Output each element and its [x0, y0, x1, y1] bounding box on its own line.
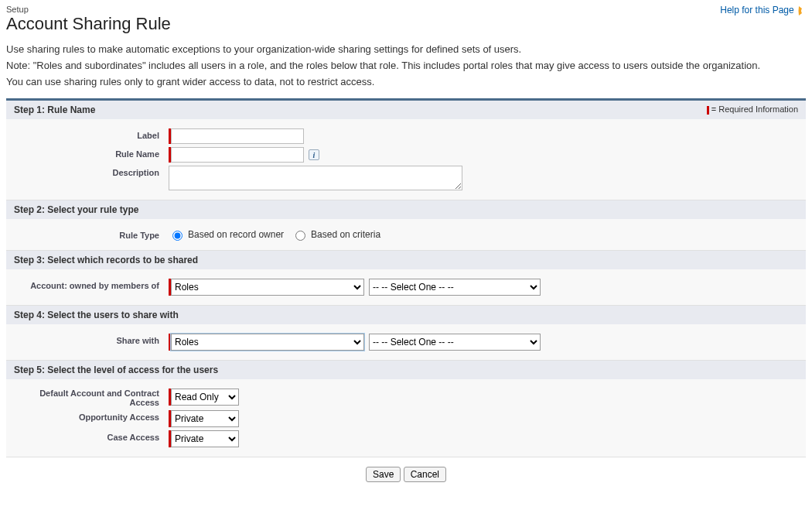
- step5-header: Step 5: Select the level of access for t…: [6, 361, 806, 379]
- step4-header: Step 4: Select the users to share with: [6, 306, 806, 324]
- owned-by-label: Account: owned by members of: [14, 279, 169, 290]
- step3-header: Step 3: Select which records to be share…: [6, 251, 806, 269]
- breadcrumb: Setup: [6, 5, 806, 14]
- help-icon: [798, 5, 806, 16]
- step3-title: Step 3: Select which records to be share…: [14, 255, 198, 265]
- rule-type-criteria-radio[interactable]: [295, 231, 305, 241]
- description-field-label: Description: [14, 166, 169, 177]
- required-text: = Required Information: [711, 104, 798, 114]
- case-access-label: Case Access: [14, 430, 169, 442]
- step4-title: Step 4: Select the users to share with: [14, 310, 179, 320]
- rule-type-owner-radio[interactable]: [172, 231, 183, 241]
- share-with-category-select[interactable]: Roles: [171, 334, 364, 351]
- step5-title: Step 5: Select the level of access for t…: [14, 365, 218, 375]
- cancel-button[interactable]: Cancel: [404, 467, 446, 482]
- intro-line-2: Note: "Roles and subordinates" includes …: [6, 60, 806, 71]
- page-title: Account Sharing Rule: [6, 14, 806, 34]
- help-link[interactable]: Help for this Page: [720, 5, 806, 16]
- share-with-label: Share with: [14, 334, 169, 345]
- label-input[interactable]: [171, 128, 304, 144]
- step1-title: Step 1: Rule Name: [14, 104, 95, 115]
- save-button[interactable]: Save: [366, 467, 401, 482]
- intro-line-3: You can use sharing rules only to grant …: [6, 76, 806, 87]
- step2-title: Step 2: Select your rule type: [14, 204, 138, 215]
- help-link-text: Help for this Page: [720, 5, 793, 15]
- opportunity-access-label: Opportunity Access: [14, 410, 169, 422]
- account-access-select[interactable]: Read Only: [171, 389, 239, 406]
- label-field-label: Label: [14, 128, 169, 140]
- owned-by-category-select[interactable]: Roles: [171, 279, 364, 296]
- required-indicator: = Required Information: [707, 104, 798, 115]
- rule-type-criteria-label: Based on criteria: [311, 229, 380, 240]
- rule-type-owner-label: Based on record owner: [188, 229, 284, 240]
- intro-line-1: Use sharing rules to make automatic exce…: [6, 43, 806, 55]
- rule-name-field-label: Rule Name: [14, 147, 169, 159]
- info-icon[interactable]: i: [309, 149, 319, 160]
- rule-type-label: Rule Type: [14, 228, 169, 240]
- owned-by-value-select[interactable]: -- -- Select One -- --: [369, 279, 541, 296]
- account-access-label: Default Account and Contract Access: [14, 389, 169, 407]
- step1-header: Step 1: Rule Name = Required Information: [6, 101, 806, 119]
- share-with-value-select[interactable]: -- -- Select One -- --: [369, 334, 541, 351]
- opportunity-access-select[interactable]: Private: [171, 410, 239, 427]
- description-textarea[interactable]: [169, 166, 462, 190]
- required-bar-icon: [707, 106, 709, 115]
- case-access-select[interactable]: Private: [171, 430, 239, 447]
- rule-name-input[interactable]: [171, 147, 304, 163]
- step2-header: Step 2: Select your rule type: [6, 200, 806, 219]
